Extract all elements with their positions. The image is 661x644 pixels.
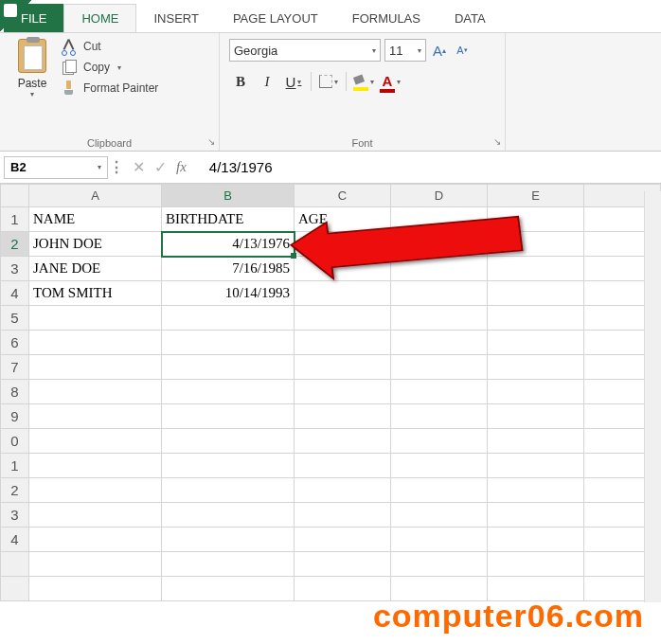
cell-D1[interactable] bbox=[391, 207, 488, 232]
col-header-A[interactable]: A bbox=[29, 185, 162, 207]
tab-page-layout[interactable]: PAGE LAYOUT bbox=[216, 4, 335, 32]
font-size-combo[interactable]: 11 ▾ bbox=[384, 39, 426, 62]
table-row: 4 TOM SMITH 10/14/1993 bbox=[1, 281, 661, 306]
chevron-down-icon: ▾ bbox=[418, 46, 421, 55]
clipboard-launcher-icon[interactable]: ↘ bbox=[207, 136, 215, 147]
tab-data[interactable]: DATA bbox=[438, 4, 503, 32]
formula-input[interactable] bbox=[202, 159, 661, 175]
tab-home[interactable]: HOME bbox=[63, 4, 136, 32]
row-header-7[interactable]: 7 bbox=[1, 355, 29, 380]
copy-icon bbox=[61, 60, 78, 75]
cell-E2[interactable] bbox=[488, 232, 584, 257]
cell-D3[interactable] bbox=[391, 257, 488, 281]
row-header-9[interactable]: 9 bbox=[1, 404, 29, 429]
row-header-13[interactable]: 3 bbox=[1, 503, 29, 528]
table-row: 4 bbox=[1, 528, 661, 552]
format-painter-label: Format Painter bbox=[83, 81, 158, 95]
table-row: 6 bbox=[1, 331, 661, 355]
separator bbox=[311, 72, 312, 91]
italic-button[interactable]: I bbox=[256, 71, 278, 92]
table-row: 3 bbox=[1, 503, 661, 528]
copy-dropdown-icon[interactable]: ▾ bbox=[117, 63, 121, 72]
cell-B3[interactable]: 7/16/1985 bbox=[162, 257, 295, 281]
row-header-10[interactable]: 0 bbox=[1, 429, 29, 454]
cell-E1[interactable] bbox=[488, 207, 584, 232]
grid[interactable]: A B C D E 1 NAME BIRTHDATE AGE 2 JOHN DO… bbox=[0, 184, 661, 601]
row-header-6[interactable]: 6 bbox=[1, 331, 29, 355]
chevron-down-icon: ▾ bbox=[372, 46, 376, 55]
row-header-4[interactable]: 4 bbox=[1, 281, 29, 306]
scissors-icon bbox=[61, 39, 78, 54]
font-color-icon: A bbox=[380, 73, 395, 90]
group-font: Georgia ▾ 11 ▾ A▴ A▾ B I U▾ ▾ ▾ A▾ bbox=[220, 33, 506, 151]
row-header-1[interactable]: 1 bbox=[1, 207, 29, 232]
decrease-font-button[interactable]: A▾ bbox=[453, 39, 472, 62]
enter-formula-button[interactable]: ✓ bbox=[154, 158, 167, 176]
copy-button[interactable]: Copy ▾ bbox=[61, 60, 158, 75]
chevron-down-icon: ▾ bbox=[397, 78, 401, 86]
ribbon-tabs: FILE HOME INSERT PAGE LAYOUT FORMULAS DA… bbox=[0, 0, 661, 32]
paste-button[interactable]: Paste ▾ bbox=[9, 39, 55, 98]
col-header-D[interactable]: D bbox=[391, 185, 488, 207]
chevron-down-icon: ▾ bbox=[370, 78, 374, 86]
font-group-label: Font bbox=[229, 135, 495, 149]
col-header-E[interactable]: E bbox=[488, 185, 584, 207]
font-color-button[interactable]: A▾ bbox=[379, 71, 402, 92]
col-header-C[interactable]: C bbox=[295, 185, 391, 207]
font-launcher-icon[interactable]: ↘ bbox=[493, 136, 501, 147]
cell-A2[interactable]: JOHN DOE bbox=[29, 232, 162, 257]
cell-C2[interactable] bbox=[295, 232, 391, 257]
cell-B4[interactable]: 10/14/1993 bbox=[162, 281, 295, 306]
cut-button[interactable]: Cut bbox=[61, 39, 158, 54]
tab-formulas[interactable]: FORMULAS bbox=[335, 4, 438, 32]
row-header-12[interactable]: 2 bbox=[1, 478, 29, 503]
borders-button[interactable]: ▾ bbox=[317, 71, 340, 92]
paste-dropdown-icon[interactable]: ▾ bbox=[9, 90, 55, 98]
col-header-B[interactable]: B bbox=[162, 185, 295, 207]
cell-E4[interactable] bbox=[488, 281, 584, 306]
row-header-5[interactable]: 5 bbox=[1, 306, 29, 331]
chevron-down-icon[interactable]: ▾ bbox=[92, 163, 107, 171]
clipboard-group-label: Clipboard bbox=[9, 135, 209, 149]
underline-button[interactable]: U▾ bbox=[282, 71, 305, 92]
cell-C4[interactable] bbox=[295, 281, 391, 306]
row-header-3[interactable]: 3 bbox=[1, 257, 29, 281]
row-header-11[interactable]: 1 bbox=[1, 454, 29, 478]
name-box-input[interactable] bbox=[5, 160, 73, 174]
cell-D2[interactable] bbox=[391, 232, 488, 257]
grip-icon: ⋮ bbox=[108, 158, 125, 176]
paste-label: Paste bbox=[9, 77, 55, 90]
tab-insert[interactable]: INSERT bbox=[136, 4, 215, 32]
format-painter-button[interactable]: Format Painter bbox=[61, 80, 158, 96]
cell-B2[interactable]: 4/13/1976 bbox=[162, 232, 295, 257]
select-all-corner[interactable] bbox=[1, 185, 29, 207]
cell-A3[interactable]: JANE DOE bbox=[29, 257, 162, 281]
cell-E3[interactable] bbox=[488, 257, 584, 281]
worksheet: A B C D E 1 NAME BIRTHDATE AGE 2 JOHN DO… bbox=[0, 184, 661, 601]
table-row: 9 bbox=[1, 404, 661, 429]
border-icon bbox=[319, 75, 332, 88]
row-header-2[interactable]: 2 bbox=[1, 232, 29, 257]
watermark: computer06.com bbox=[373, 598, 644, 635]
cell-A1[interactable]: NAME bbox=[29, 207, 162, 232]
chevron-down-icon: ▾ bbox=[297, 78, 301, 86]
cell-C3[interactable] bbox=[295, 257, 391, 281]
cell-C1[interactable]: AGE bbox=[295, 207, 391, 232]
fill-color-button[interactable]: ▾ bbox=[352, 71, 375, 92]
row-header-14[interactable]: 4 bbox=[1, 528, 29, 552]
cancel-formula-button[interactable]: ✕ bbox=[133, 158, 145, 176]
paint-bucket-icon bbox=[353, 75, 368, 88]
cell-D4[interactable] bbox=[391, 281, 488, 306]
fx-label[interactable]: fx bbox=[176, 159, 187, 175]
separator bbox=[346, 72, 347, 91]
cell-B1[interactable]: BIRTHDATE bbox=[162, 207, 295, 232]
row-header-8[interactable]: 8 bbox=[1, 380, 29, 404]
bold-button[interactable]: B bbox=[229, 71, 252, 92]
quick-access-corner bbox=[0, 0, 32, 32]
vertical-scrollbar[interactable] bbox=[644, 191, 661, 602]
ribbon: Paste ▾ Cut Copy ▾ Format Painter C bbox=[0, 32, 661, 152]
increase-font-button[interactable]: A▴ bbox=[430, 39, 449, 62]
cell-A4[interactable]: TOM SMITH bbox=[29, 281, 162, 306]
font-name-combo[interactable]: Georgia ▾ bbox=[229, 39, 381, 62]
name-box[interactable]: ▾ bbox=[4, 156, 108, 179]
